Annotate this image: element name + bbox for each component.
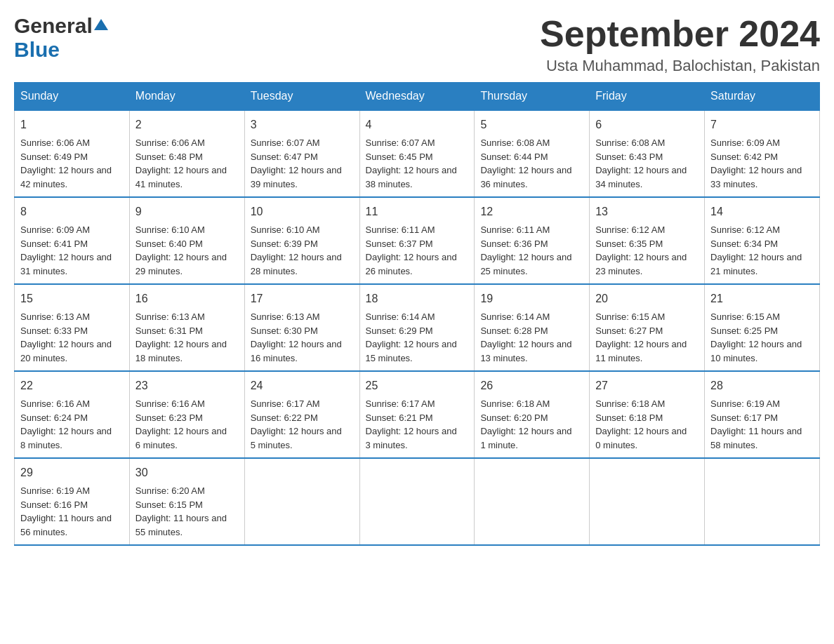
day-info: Sunrise: 6:12 AM Sunset: 6:35 PM Dayligh…: [595, 223, 699, 278]
day-info: Sunrise: 6:11 AM Sunset: 6:36 PM Dayligh…: [480, 223, 583, 278]
calendar-cell: 9 Sunrise: 6:10 AM Sunset: 6:40 PM Dayli…: [129, 197, 244, 284]
calendar-cell: 4 Sunrise: 6:07 AM Sunset: 6:45 PM Dayli…: [359, 110, 475, 197]
header-wednesday: Wednesday: [359, 83, 475, 111]
calendar-week-2: 8 Sunrise: 6:09 AM Sunset: 6:41 PM Dayli…: [15, 197, 820, 284]
calendar-week-5: 29 Sunrise: 6:19 AM Sunset: 6:16 PM Dayl…: [15, 458, 820, 545]
day-info: Sunrise: 6:14 AM Sunset: 6:28 PM Dayligh…: [480, 310, 583, 365]
calendar-cell: 28 Sunrise: 6:19 AM Sunset: 6:17 PM Dayl…: [705, 371, 820, 458]
day-number: 4: [366, 116, 469, 133]
calendar-cell: 26 Sunrise: 6:18 AM Sunset: 6:20 PM Dayl…: [475, 371, 590, 458]
calendar-cell: 10 Sunrise: 6:10 AM Sunset: 6:39 PM Dayl…: [244, 197, 359, 284]
page-container: General Blue September 2024 Usta Muhamma…: [14, 14, 820, 546]
day-number: 2: [135, 116, 239, 133]
day-number: 6: [595, 116, 699, 133]
day-number: 26: [480, 377, 583, 394]
day-info: Sunrise: 6:07 AM Sunset: 6:45 PM Dayligh…: [366, 136, 469, 191]
day-info: Sunrise: 6:17 AM Sunset: 6:22 PM Dayligh…: [251, 397, 354, 452]
day-number: 13: [595, 203, 699, 220]
header-thursday: Thursday: [475, 83, 590, 111]
day-info: Sunrise: 6:18 AM Sunset: 6:18 PM Dayligh…: [595, 397, 699, 452]
calendar-cell: 30 Sunrise: 6:20 AM Sunset: 6:15 PM Dayl…: [129, 458, 244, 545]
calendar-cell: 29 Sunrise: 6:19 AM Sunset: 6:16 PM Dayl…: [15, 458, 130, 545]
day-info: Sunrise: 6:07 AM Sunset: 6:47 PM Dayligh…: [251, 136, 354, 191]
calendar-cell: 6 Sunrise: 6:08 AM Sunset: 6:43 PM Dayli…: [590, 110, 705, 197]
calendar-cell: [705, 458, 820, 545]
calendar-cell: [590, 458, 705, 545]
header-tuesday: Tuesday: [244, 83, 359, 111]
day-info: Sunrise: 6:15 AM Sunset: 6:25 PM Dayligh…: [710, 310, 814, 365]
header-sunday: Sunday: [15, 83, 130, 111]
day-info: Sunrise: 6:06 AM Sunset: 6:48 PM Dayligh…: [135, 136, 239, 191]
calendar-cell: 25 Sunrise: 6:17 AM Sunset: 6:21 PM Dayl…: [359, 371, 475, 458]
day-info: Sunrise: 6:16 AM Sunset: 6:24 PM Dayligh…: [20, 397, 124, 452]
day-info: Sunrise: 6:08 AM Sunset: 6:44 PM Dayligh…: [480, 136, 583, 191]
day-number: 15: [20, 290, 124, 307]
day-number: 22: [20, 377, 124, 394]
calendar-cell: 14 Sunrise: 6:12 AM Sunset: 6:34 PM Dayl…: [705, 197, 820, 284]
logo: General: [14, 14, 108, 38]
title-area: September 2024 Usta Muhammad, Balochista…: [540, 14, 820, 75]
calendar-cell: 22 Sunrise: 6:16 AM Sunset: 6:24 PM Dayl…: [15, 371, 130, 458]
day-number: 20: [595, 290, 699, 307]
day-info: Sunrise: 6:17 AM Sunset: 6:21 PM Dayligh…: [366, 397, 469, 452]
day-number: 8: [20, 203, 124, 220]
calendar-cell: 27 Sunrise: 6:18 AM Sunset: 6:18 PM Dayl…: [590, 371, 705, 458]
day-info: Sunrise: 6:15 AM Sunset: 6:27 PM Dayligh…: [595, 310, 699, 365]
calendar-cell: 18 Sunrise: 6:14 AM Sunset: 6:29 PM Dayl…: [359, 284, 475, 371]
header-friday: Friday: [590, 83, 705, 111]
day-number: 7: [710, 116, 814, 133]
calendar-cell: 7 Sunrise: 6:09 AM Sunset: 6:42 PM Dayli…: [705, 110, 820, 197]
day-number: 12: [480, 203, 583, 220]
calendar-week-3: 15 Sunrise: 6:13 AM Sunset: 6:33 PM Dayl…: [15, 284, 820, 371]
calendar-cell: 15 Sunrise: 6:13 AM Sunset: 6:33 PM Dayl…: [15, 284, 130, 371]
day-info: Sunrise: 6:08 AM Sunset: 6:43 PM Dayligh…: [595, 136, 699, 191]
day-info: Sunrise: 6:20 AM Sunset: 6:15 PM Dayligh…: [135, 484, 239, 539]
calendar-week-1: 1 Sunrise: 6:06 AM Sunset: 6:49 PM Dayli…: [15, 110, 820, 197]
logo-blue-text: Blue: [14, 38, 60, 62]
calendar-cell: 19 Sunrise: 6:14 AM Sunset: 6:28 PM Dayl…: [475, 284, 590, 371]
day-info: Sunrise: 6:13 AM Sunset: 6:31 PM Dayligh…: [135, 310, 239, 365]
day-info: Sunrise: 6:10 AM Sunset: 6:39 PM Dayligh…: [251, 223, 354, 278]
location-title: Usta Muhammad, Balochistan, Pakistan: [540, 57, 820, 75]
day-info: Sunrise: 6:09 AM Sunset: 6:42 PM Dayligh…: [710, 136, 814, 191]
calendar-cell: [244, 458, 359, 545]
calendar-cell: 11 Sunrise: 6:11 AM Sunset: 6:37 PM Dayl…: [359, 197, 475, 284]
day-info: Sunrise: 6:11 AM Sunset: 6:37 PM Dayligh…: [366, 223, 469, 278]
calendar-cell: 21 Sunrise: 6:15 AM Sunset: 6:25 PM Dayl…: [705, 284, 820, 371]
calendar-cell: 20 Sunrise: 6:15 AM Sunset: 6:27 PM Dayl…: [590, 284, 705, 371]
header: General Blue September 2024 Usta Muhamma…: [14, 14, 820, 75]
day-number: 9: [135, 203, 239, 220]
calendar-table: Sunday Monday Tuesday Wednesday Thursday…: [14, 82, 820, 546]
day-number: 25: [366, 377, 469, 394]
day-number: 14: [710, 203, 814, 220]
day-number: 11: [366, 203, 469, 220]
calendar-cell: 3 Sunrise: 6:07 AM Sunset: 6:47 PM Dayli…: [244, 110, 359, 197]
day-number: 28: [710, 377, 814, 394]
day-number: 17: [251, 290, 354, 307]
day-number: 30: [135, 464, 239, 481]
calendar-cell: 5 Sunrise: 6:08 AM Sunset: 6:44 PM Dayli…: [475, 110, 590, 197]
logo-general-text: General: [14, 14, 93, 38]
calendar-cell: [475, 458, 590, 545]
day-number: 1: [20, 116, 124, 133]
day-info: Sunrise: 6:14 AM Sunset: 6:29 PM Dayligh…: [366, 310, 469, 365]
calendar-cell: 16 Sunrise: 6:13 AM Sunset: 6:31 PM Dayl…: [129, 284, 244, 371]
day-info: Sunrise: 6:13 AM Sunset: 6:30 PM Dayligh…: [251, 310, 354, 365]
day-info: Sunrise: 6:06 AM Sunset: 6:49 PM Dayligh…: [20, 136, 124, 191]
calendar-cell: 8 Sunrise: 6:09 AM Sunset: 6:41 PM Dayli…: [15, 197, 130, 284]
day-number: 24: [251, 377, 354, 394]
calendar-cell: 2 Sunrise: 6:06 AM Sunset: 6:48 PM Dayli…: [129, 110, 244, 197]
day-number: 23: [135, 377, 239, 394]
day-info: Sunrise: 6:09 AM Sunset: 6:41 PM Dayligh…: [20, 223, 124, 278]
calendar-cell: 24 Sunrise: 6:17 AM Sunset: 6:22 PM Dayl…: [244, 371, 359, 458]
day-info: Sunrise: 6:12 AM Sunset: 6:34 PM Dayligh…: [710, 223, 814, 278]
calendar-week-4: 22 Sunrise: 6:16 AM Sunset: 6:24 PM Dayl…: [15, 371, 820, 458]
day-number: 10: [251, 203, 354, 220]
calendar-cell: 17 Sunrise: 6:13 AM Sunset: 6:30 PM Dayl…: [244, 284, 359, 371]
day-number: 18: [366, 290, 469, 307]
calendar-cell: [359, 458, 475, 545]
header-monday: Monday: [129, 83, 244, 111]
calendar-cell: 1 Sunrise: 6:06 AM Sunset: 6:49 PM Dayli…: [15, 110, 130, 197]
month-title: September 2024: [540, 14, 820, 54]
day-info: Sunrise: 6:16 AM Sunset: 6:23 PM Dayligh…: [135, 397, 239, 452]
